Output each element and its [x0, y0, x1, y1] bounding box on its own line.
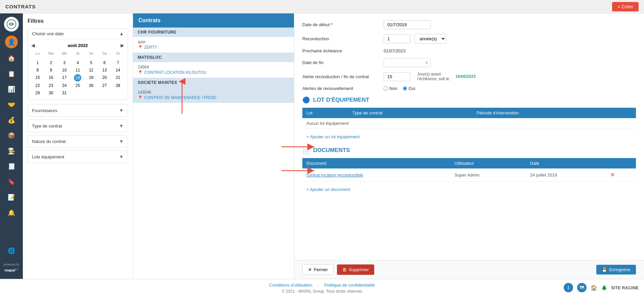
calendar-day[interactable]: 13	[98, 67, 111, 73]
contract-item-maintex[interactable]: 143546 📍 CONTRAT DE MAINTENANCE / FROID	[133, 87, 294, 103]
nav-receipt[interactable]: 🧾	[5, 160, 18, 173]
calendar-day[interactable]: 3	[58, 59, 71, 66]
map-icon[interactable]: 🗺	[577, 283, 587, 292]
calendar-day[interactable]: 5	[85, 59, 97, 66]
enregistrer-button[interactable]: 💾 Enregistrer	[596, 265, 636, 275]
calendar-day[interactable]: 26	[85, 82, 97, 89]
calendar-day[interactable]: 22	[31, 82, 44, 89]
svg-point-1	[10, 23, 12, 25]
calendar-day[interactable]: 17	[58, 74, 71, 82]
trash-icon: 🗑	[342, 267, 347, 272]
radio-oui-label[interactable]: Oui	[403, 86, 415, 91]
date-filter[interactable]: Choisir une date ▲ ◀ août 2022 ▶ LuMaMeJ…	[28, 28, 128, 100]
calendar-day[interactable]: 28	[112, 82, 124, 89]
reconduction-unit-select[interactable]: année(s) mois	[415, 34, 446, 44]
home-icon[interactable]: 🏠	[591, 285, 597, 291]
lots-equipement-arrow-icon: ▼	[119, 154, 124, 159]
calendar-day	[98, 57, 111, 59]
add-lot-link[interactable]: + Ajouter un lot équipement	[302, 132, 364, 141]
calendar-day[interactable]: 19	[85, 74, 97, 82]
date-fin-input-wrapper: ✕	[384, 58, 431, 67]
calendar-day[interactable]: 16	[45, 74, 57, 82]
doc-delete-button[interactable]: ✕	[610, 171, 615, 178]
calendar-day[interactable]: 27	[98, 82, 111, 89]
nav-globe[interactable]: 🌐	[5, 244, 18, 257]
nav-contracts[interactable]: 🤝	[5, 98, 18, 111]
contract-name-text: ZERTY	[144, 45, 157, 50]
calendar-day[interactable]: 29	[31, 90, 44, 96]
reconduction-input[interactable]	[384, 34, 411, 43]
nav-notes[interactable]: 📋	[5, 67, 18, 81]
doc-link[interactable]: contrat location reconductible	[306, 172, 363, 178]
calendar-day[interactable]: 30	[45, 90, 57, 96]
radio-oui-text: Oui	[409, 86, 415, 91]
calendar-day[interactable]: 7	[112, 59, 124, 66]
cal-prev-button[interactable]: ◀	[31, 43, 35, 48]
supprimer-button[interactable]: 🗑 Supprimer	[337, 264, 374, 275]
calendar-day[interactable]: 15	[31, 74, 44, 82]
contracts-list: CHR FOURNITURE azer 📍 ZERTY MATOSLOC 245…	[133, 28, 294, 279]
group-matosloc: MATOSLOC	[133, 53, 294, 62]
nav-chef[interactable]: 👨‍🍳	[5, 144, 18, 158]
alerte-row: Alerte reconduction / fin de contrat Jou…	[302, 72, 636, 81]
nav-list[interactable]: 📝	[5, 191, 18, 204]
calendar-day[interactable]: 21	[112, 74, 124, 82]
calendar-day[interactable]: 8	[31, 67, 44, 73]
date-debut-input[interactable]	[384, 20, 431, 29]
calendar-day[interactable]: 23	[45, 82, 57, 89]
conditions-link[interactable]: Conditions d'utilisation	[269, 283, 312, 288]
contract-item-azer[interactable]: azer 📍 ZERTY	[133, 37, 294, 53]
radio-oui-input[interactable]	[403, 86, 407, 91]
calendar-day[interactable]: 31	[58, 90, 71, 96]
filters-panel: Filtres Choisir une date ▲ ◀ août 2022 ▶…	[23, 13, 133, 279]
tree-icon[interactable]: 🌲	[601, 285, 607, 290]
type-contrat-toggle[interactable]: Type de contrat ▼	[28, 120, 128, 132]
calendar-day[interactable]: 12	[85, 67, 97, 73]
date-debut-label: Date de début *	[302, 22, 380, 27]
info-icon[interactable]: i	[564, 283, 573, 292]
date-fin-input[interactable]	[384, 58, 431, 67]
calendar-day[interactable]: 2	[45, 59, 57, 66]
nature-contrat-toggle[interactable]: Nature du contrat ▼	[28, 135, 128, 147]
alerte-input[interactable]	[384, 72, 411, 81]
calendar-day[interactable]: 14	[112, 67, 124, 73]
calendar-day[interactable]: 18	[74, 74, 81, 82]
app-logo[interactable]	[4, 17, 19, 32]
calendar-day[interactable]: 20	[98, 74, 111, 82]
radio-non-label[interactable]: Non	[384, 86, 397, 91]
pin-icon: 📍	[138, 45, 143, 50]
calendar-day[interactable]: 4	[72, 59, 84, 66]
fermer-button[interactable]: ✕ Fermer	[302, 264, 334, 275]
add-doc-link[interactable]: + Ajouter un document	[302, 185, 354, 194]
cal-next-button[interactable]: ▶	[121, 43, 124, 48]
calendar-day[interactable]: 24	[58, 82, 71, 89]
nav-box[interactable]: 📦	[5, 129, 18, 142]
date-toggle[interactable]: Choisir une date ▲	[28, 29, 128, 39]
lots-equipement-toggle[interactable]: Lots équipement ▼	[28, 151, 128, 163]
politique-link[interactable]: Politique de confidentialité	[324, 283, 375, 288]
calendar-day	[31, 57, 44, 59]
calendar-day[interactable]: 9	[45, 67, 57, 73]
contract-item-kiloutou[interactable]: 24564 📍 CONTRAT LOCATION KILOUTOU	[133, 62, 294, 78]
calendar-day[interactable]: 1	[31, 59, 44, 66]
contract-ref-3: 143546	[138, 90, 289, 95]
calendar-day[interactable]: 25	[72, 82, 84, 89]
nav-home[interactable]: 🏠	[5, 52, 18, 65]
user-avatar[interactable]: 👤	[5, 36, 18, 48]
date-fin-clear-icon[interactable]: ✕	[425, 60, 429, 65]
calendar-day[interactable]: 10	[58, 67, 71, 73]
radio-non-input[interactable]	[384, 86, 388, 91]
lot-icon: 🔵	[302, 96, 310, 104]
nav-bell[interactable]: 🔔	[5, 206, 18, 219]
calendar-day	[85, 57, 97, 59]
calendar-day[interactable]: 6	[98, 59, 111, 66]
calendar-day	[85, 90, 97, 96]
cal-day-header: Me	[58, 51, 71, 56]
nav-bookmark[interactable]: 🔖	[5, 175, 18, 189]
nav-money[interactable]: 💰	[5, 113, 18, 127]
creer-button[interactable]: + Créer	[612, 2, 639, 11]
calendar-day[interactable]: 11	[72, 67, 84, 73]
fournisseurs-toggle[interactable]: Fournisseurs ▼	[28, 104, 128, 116]
nav-chart[interactable]: 📊	[5, 83, 18, 96]
lot-table: Lot Type de contrat Période d'interventi…	[302, 108, 636, 129]
